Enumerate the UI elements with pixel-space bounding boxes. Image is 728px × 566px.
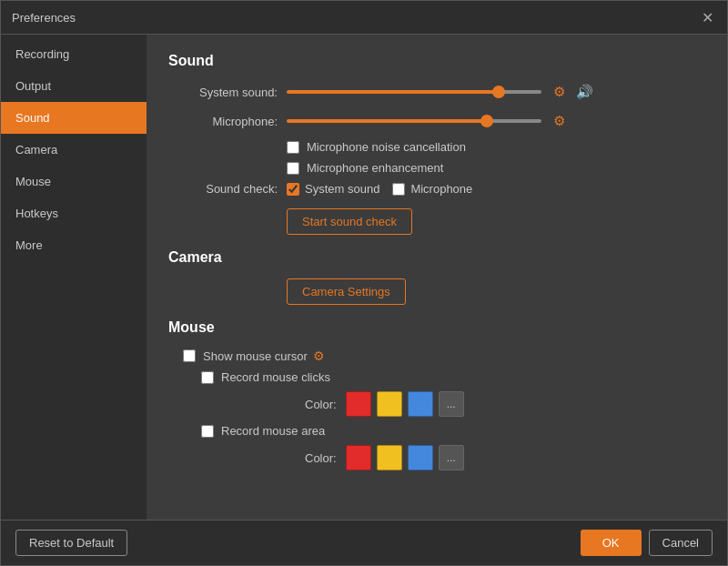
preferences-dialog: Preferences ✕ Recording Output Sound Cam… — [0, 0, 728, 566]
show-cursor-gear-icon[interactable]: ⚙ — [313, 349, 325, 363]
noise-cancel-label: Microphone noise cancellation — [307, 140, 466, 154]
sound-section-title: Sound — [168, 53, 705, 69]
sidebar-item-more[interactable]: More — [1, 229, 147, 261]
system-sound-check-checkbox[interactable] — [287, 183, 299, 196]
record-area-label: Record mouse area — [221, 424, 325, 438]
record-clicks-checkbox[interactable] — [201, 371, 214, 384]
sidebar-item-hotkeys[interactable]: Hotkeys — [1, 197, 147, 229]
microphone-gear-icon[interactable]: ⚙ — [549, 111, 569, 131]
main-content: Recording Output Sound Camera Mouse Hotk… — [1, 35, 727, 520]
camera-section-title: Camera — [168, 249, 705, 266]
color-swatch-blue-2[interactable] — [408, 445, 433, 470]
sound-check-label: Sound check: — [168, 182, 278, 196]
noise-cancel-row: Microphone noise cancellation — [287, 140, 705, 154]
area-color-row: Color: ... — [305, 445, 705, 470]
microphone-check-label: Microphone — [410, 182, 472, 196]
start-sound-check-button[interactable]: Start sound check — [287, 208, 412, 235]
footer-actions: OK Cancel — [581, 530, 713, 556]
sidebar-item-mouse[interactable]: Mouse — [1, 166, 147, 197]
cancel-button[interactable]: Cancel — [649, 530, 713, 556]
footer: Reset to Default OK Cancel — [1, 520, 727, 565]
sidebar: Recording Output Sound Camera Mouse Hotk… — [1, 35, 147, 520]
clicks-color-more-button[interactable]: ... — [439, 391, 464, 417]
camera-settings-button[interactable]: Camera Settings — [287, 278, 406, 305]
enhancement-row: Microphone enhancement — [287, 161, 705, 175]
clicks-color-label: Color: — [305, 398, 337, 411]
sidebar-item-recording[interactable]: Recording — [1, 38, 147, 70]
color-swatch-red-2[interactable] — [346, 445, 371, 470]
sound-check-options: System sound Microphone — [287, 182, 472, 196]
record-clicks-row: Record mouse clicks — [201, 370, 705, 384]
microphone-label: Microphone: — [168, 115, 278, 128]
show-cursor-checkbox[interactable] — [183, 349, 196, 362]
system-sound-label: System sound: — [168, 86, 278, 99]
reset-to-default-button[interactable]: Reset to Default — [15, 530, 127, 556]
show-cursor-row: Show mouse cursor ⚙ — [183, 349, 705, 363]
sound-check-row: Sound check: System sound Microphone — [168, 182, 705, 196]
system-sound-check-label: System sound — [305, 182, 379, 196]
color-swatch-blue-1[interactable] — [408, 391, 433, 417]
clicks-color-row: Color: ... — [305, 391, 705, 417]
noise-cancel-checkbox[interactable] — [287, 141, 299, 154]
system-sound-slider-container: ⚙ 🔊 — [287, 82, 705, 102]
microphone-check-option: Microphone — [392, 182, 472, 196]
color-swatch-yellow-1[interactable] — [377, 391, 402, 417]
system-sound-row: System sound: ⚙ 🔊 — [168, 82, 705, 102]
microphone-slider-container: ⚙ — [287, 111, 705, 131]
sidebar-item-sound[interactable]: Sound — [1, 102, 147, 134]
microphone-row: Microphone: ⚙ — [168, 111, 705, 131]
color-swatch-yellow-2[interactable] — [377, 445, 402, 470]
system-sound-check-option: System sound — [287, 182, 379, 196]
sidebar-item-camera[interactable]: Camera — [1, 134, 147, 166]
enhancement-label: Microphone enhancement — [307, 161, 443, 175]
color-swatch-red-1[interactable] — [346, 391, 371, 417]
system-sound-slider[interactable] — [287, 90, 541, 94]
record-area-checkbox[interactable] — [201, 425, 214, 438]
microphone-check-checkbox[interactable] — [392, 183, 405, 196]
area-color-more-button[interactable]: ... — [439, 445, 464, 470]
show-cursor-label: Show mouse cursor — [203, 349, 308, 363]
enhancement-checkbox[interactable] — [287, 162, 299, 175]
dialog-title: Preferences — [12, 11, 76, 25]
close-button[interactable]: ✕ — [698, 8, 716, 26]
microphone-slider[interactable] — [287, 119, 541, 123]
area-color-label: Color: — [305, 451, 337, 465]
title-bar: Preferences ✕ — [1, 1, 727, 35]
system-sound-gear-icon[interactable]: ⚙ — [549, 82, 569, 102]
settings-panel: Sound System sound: ⚙ 🔊 Microphone: ⚙ — [147, 35, 727, 520]
speaker-icon[interactable]: 🔊 — [574, 82, 594, 102]
ok-button[interactable]: OK — [581, 530, 642, 556]
record-clicks-label: Record mouse clicks — [221, 370, 330, 384]
sidebar-item-output[interactable]: Output — [1, 70, 147, 102]
mouse-section-title: Mouse — [168, 319, 705, 336]
record-area-row: Record mouse area — [201, 424, 705, 438]
